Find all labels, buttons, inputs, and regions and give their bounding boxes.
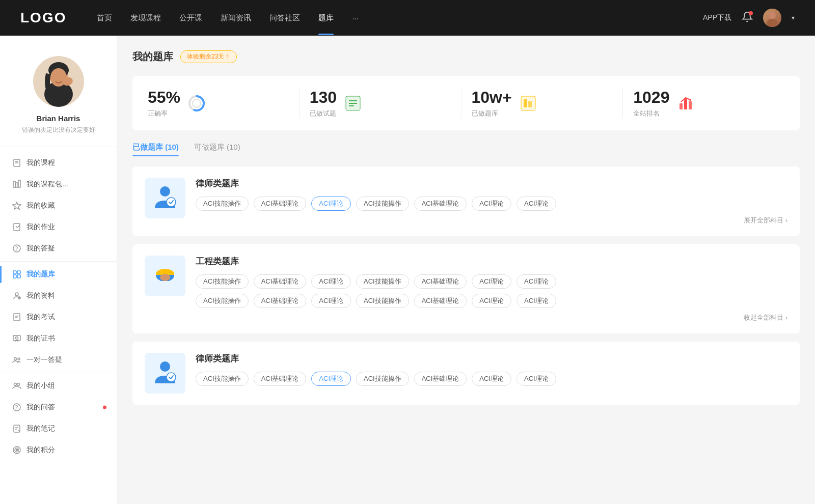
stat-ranking-value: 1029: [633, 88, 669, 107]
bank-info-engineer: 工程类题库 ACI技能操作 ACI基础理论 ACI理论 ACI技能操作 ACI基…: [196, 256, 787, 322]
svg-point-33: [17, 383, 20, 386]
nav-qa[interactable]: 问答社区: [269, 13, 300, 23]
tag[interactable]: ACI基础理论: [414, 274, 467, 289]
svg-rect-12: [16, 183, 18, 187]
svg-point-31: [18, 358, 20, 360]
tag[interactable]: ACI技能操作: [356, 274, 409, 289]
tag[interactable]: ACI技能操作: [196, 372, 249, 386]
tag[interactable]: ACI技能操作: [356, 372, 409, 386]
tag[interactable]: ACI理论: [311, 294, 351, 308]
stat-done-questions-label: 已做试题: [310, 109, 337, 118]
bank-tags-lawyer-2: ACI技能操作 ACI基础理论 ACI理论 ACI技能操作 ACI基础理论 AC…: [196, 372, 787, 386]
sidebar-item-question-bank[interactable]: 我的题库: [0, 264, 117, 285]
tag[interactable]: ACI理论: [472, 197, 511, 211]
tag[interactable]: ACI技能操作: [196, 274, 249, 289]
navbar: LOGO 首页 发现课程 公开课 新闻资讯 问答社区 题库 ··· APP下载 …: [0, 0, 815, 36]
app-download-button[interactable]: APP下载: [703, 13, 731, 22]
stat-accuracy-label: 正确率: [148, 109, 180, 118]
sidebar-item-my-courses[interactable]: 我的课程: [0, 152, 117, 174]
svg-point-1: [767, 19, 778, 27]
svg-point-29: [16, 337, 18, 340]
stat-done-questions-value: 130: [310, 88, 337, 107]
svg-point-61: [160, 361, 170, 372]
nav-questions[interactable]: 题库: [318, 13, 334, 23]
stat-done-banks-label: 已做题库: [472, 109, 512, 118]
sidebar-menu: 我的课程 我的课程包... 我的收藏: [0, 147, 117, 466]
tag[interactable]: ACI理论: [517, 274, 556, 289]
tab-available-banks[interactable]: 可做题库 (10): [194, 143, 240, 156]
tag[interactable]: ACI理论: [517, 197, 556, 211]
svg-point-60: [160, 274, 170, 281]
tag[interactable]: ACI技能操作: [356, 197, 409, 211]
sidebar-item-exam[interactable]: 我的考试: [0, 306, 117, 328]
notification-bell[interactable]: [742, 11, 753, 24]
svg-rect-25: [14, 314, 20, 321]
tag[interactable]: ACI基础理论: [254, 294, 307, 308]
main-layout: Brian Harris 错误的决定比没有决定要好 我的课程 我的课程包...: [0, 36, 815, 504]
stat-ranking-label: 全站排名: [633, 109, 669, 118]
sidebar-item-groups[interactable]: 我的小组: [0, 375, 117, 397]
tag[interactable]: ACI理论: [472, 372, 511, 386]
nav-open-courses[interactable]: 公开课: [179, 13, 202, 23]
svg-rect-19: [17, 271, 20, 274]
page-title: 我的题库: [132, 50, 173, 64]
tag[interactable]: ACI理论: [472, 274, 511, 289]
svg-rect-13: [18, 180, 20, 187]
svg-point-55: [689, 99, 691, 101]
nav-more[interactable]: ···: [352, 14, 359, 22]
tabs: 已做题库 (10) 可做题库 (10): [132, 143, 800, 156]
tag[interactable]: ACI基础理论: [254, 274, 307, 289]
sidebar-item-notes[interactable]: 我的笔记: [0, 418, 117, 439]
sidebar-item-qa[interactable]: ? 我的答疑: [0, 238, 117, 259]
profile-avatar[interactable]: [33, 56, 84, 107]
tag[interactable]: ACI基础理论: [414, 294, 467, 308]
nav-news[interactable]: 新闻资讯: [221, 13, 251, 23]
bank-icon-lawyer-2: [145, 353, 185, 394]
sidebar-item-points[interactable]: 我的积分: [0, 439, 117, 461]
svg-point-41: [193, 99, 201, 107]
bank-card-lawyer-2: 律师类题库 ACI技能操作 ACI基础理论 ACI理论 ACI技能操作 ACI基…: [132, 342, 800, 405]
accuracy-icon: [187, 94, 206, 113]
svg-rect-53: [684, 99, 687, 109]
tag-active[interactable]: ACI理论: [311, 197, 351, 211]
tag-active[interactable]: ACI理论: [311, 372, 351, 386]
tag[interactable]: ACI理论: [472, 294, 511, 308]
tag[interactable]: ACI理论: [311, 274, 351, 289]
svg-point-0: [769, 12, 776, 19]
page-header: 我的题库 体验剩余23天！: [132, 50, 800, 64]
nav-courses[interactable]: 发现课程: [130, 13, 161, 23]
bank-card-lawyer-2-header: 律师类题库 ACI技能操作 ACI基础理论 ACI理论 ACI技能操作 ACI基…: [145, 353, 787, 394]
svg-point-32: [14, 383, 17, 386]
tag[interactable]: ACI基础理论: [414, 372, 467, 386]
sidebar-item-tutor[interactable]: 一对一答疑: [0, 349, 117, 371]
svg-point-57: [167, 198, 176, 207]
bank-info-lawyer-2: 律师类题库 ACI技能操作 ACI基础理论 ACI理论 ACI技能操作 ACI基…: [196, 353, 787, 386]
sidebar-item-homework[interactable]: 我的作业: [0, 216, 117, 238]
expand-lawyer-1[interactable]: 展开全部科目: [196, 216, 787, 225]
collapse-engineer[interactable]: 收起全部科目 ›: [196, 313, 787, 322]
tab-done-banks[interactable]: 已做题库 (10): [132, 143, 179, 156]
tag[interactable]: ACI理论: [517, 372, 556, 386]
user-menu-chevron[interactable]: ▾: [792, 14, 795, 21]
svg-rect-28: [13, 335, 20, 341]
sidebar-item-favorites[interactable]: 我的收藏: [0, 195, 117, 216]
tag[interactable]: ACI技能操作: [356, 294, 409, 308]
svg-rect-52: [680, 103, 683, 109]
tag[interactable]: ACI基础理论: [254, 197, 307, 211]
main-content: 我的题库 体验剩余23天！ 55% 正确率 130: [117, 36, 815, 504]
sidebar-item-course-packages[interactable]: 我的课程包...: [0, 174, 117, 195]
tag[interactable]: ACI理论: [517, 294, 556, 308]
sidebar-item-certificate[interactable]: 我的证书: [0, 328, 117, 349]
tag[interactable]: ACI基础理论: [414, 197, 467, 211]
avatar[interactable]: [763, 9, 781, 27]
logo[interactable]: LOGO: [20, 10, 66, 26]
tag[interactable]: ACI技能操作: [196, 294, 249, 308]
nav-home[interactable]: 首页: [97, 13, 112, 23]
svg-point-56: [160, 186, 170, 197]
sidebar-profile: Brian Harris 错误的决定比没有决定要好: [0, 46, 117, 147]
bank-title-lawyer-2: 律师类题库: [196, 353, 787, 365]
sidebar-item-questions[interactable]: ? 我的问答: [0, 397, 117, 418]
tag[interactable]: ACI技能操作: [196, 197, 249, 211]
sidebar-item-profile[interactable]: 我的资料: [0, 285, 117, 306]
tag[interactable]: ACI基础理论: [254, 372, 307, 386]
